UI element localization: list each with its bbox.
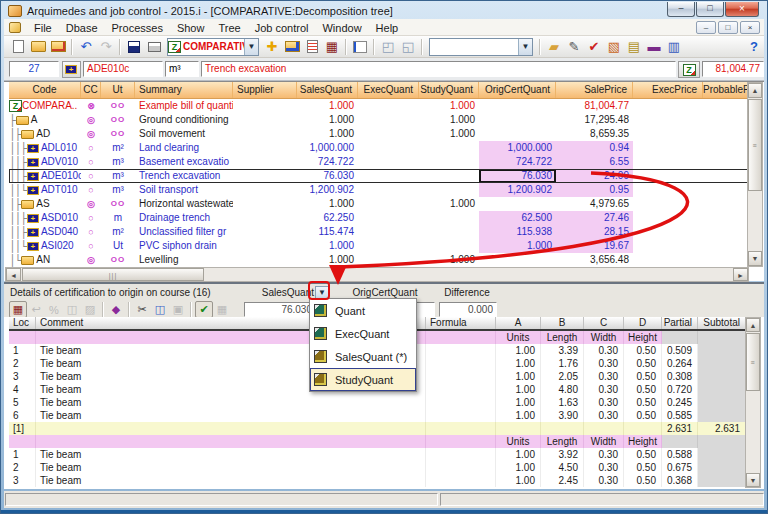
menu-window[interactable]: Window [315, 21, 368, 35]
copy-icon[interactable]: ◫ [151, 301, 169, 318]
quant-value-input[interactable] [244, 302, 316, 317]
tree-row-asd040[interactable]: ││├ASD040○m²Unclassified filter gr115.47… [9, 225, 752, 239]
scroll-up-icon[interactable]: ▲ [746, 318, 760, 332]
row-number-field[interactable]: 27 [9, 61, 59, 77]
window-horizontal-icon[interactable]: ◰ [378, 37, 398, 57]
combo-filter[interactable]: ▼ [429, 38, 533, 56]
text-document-icon[interactable] [302, 37, 322, 57]
copy-rows-icon[interactable]: ◫ [63, 301, 81, 318]
origcertquant-cell[interactable]: 76.030 [479, 169, 556, 183]
scroll-left-icon[interactable]: ◄ [6, 268, 21, 281]
details-scroll-thumb[interactable]: ≡ [746, 333, 760, 391]
pen-icon[interactable]: ✎ [564, 37, 584, 57]
menu-tree[interactable]: Tree [211, 21, 247, 35]
amount-field[interactable]: 81,004.77 [702, 61, 764, 77]
column-header-c[interactable]: C [584, 317, 624, 329]
mdi-minimize-button[interactable]: – [696, 21, 716, 34]
tree-row-asi020[interactable]: ││└ASI020○UtPVC siphon drain1.0001.00019… [9, 239, 752, 253]
tree-row-ad[interactable]: │├AD◎OOSoil movement1.0001.0008,659.35 [9, 127, 752, 141]
menu-processes[interactable]: Processes [105, 21, 170, 35]
column-header-cc[interactable]: CC [81, 82, 101, 98]
popup-item-studyquant[interactable]: StudyQuant [310, 368, 416, 391]
recalc-icon[interactable]: ▨ [81, 301, 99, 318]
print-icon[interactable] [144, 37, 164, 57]
ruler-icon[interactable]: ▬ [644, 37, 664, 57]
save-icon[interactable] [124, 37, 144, 57]
title-bar[interactable]: Arquimedes and job control - 2015.i - [C… [3, 2, 765, 19]
tree-row-a[interactable]: ├A◎OOGround conditioning1.0001.00017,295… [9, 113, 752, 127]
column-header-execprice[interactable]: ExecPrice [633, 82, 703, 98]
maximize-button[interactable]: □ [696, 2, 724, 17]
detail-row[interactable]: 1Tie beam1.003.920.300.500.588 [9, 448, 746, 461]
window-vertical-icon[interactable]: ◱ [398, 37, 418, 57]
column-header-summary[interactable]: Summary [135, 82, 233, 98]
edit-details-icon[interactable]: ▦ [9, 301, 27, 318]
unit-field[interactable]: m³ [165, 61, 199, 77]
detail-row[interactable]: 5Tie beam1.001.630.300.500.245 [9, 396, 746, 409]
percent-icon[interactable]: % [45, 301, 63, 318]
add-concept-icon[interactable]: ✚ [262, 37, 282, 57]
difference-value-input[interactable] [439, 302, 497, 317]
detail-row[interactable]: 3Tie beam1.002.450.300.500.368 [9, 474, 746, 487]
tree-hscroll-thumb[interactable]: ||| [22, 268, 204, 281]
tree-row-an[interactable]: │└AN◎OOLevelling1.0001.0003,656.48 [9, 253, 752, 267]
chevron-down-icon[interactable]: ▼ [518, 39, 532, 55]
mdi-restore-button[interactable]: □ [718, 21, 738, 34]
scroll-down-icon[interactable]: ▼ [748, 251, 762, 266]
column-header-origcertquant[interactable]: OrigCertQuant [479, 82, 556, 98]
subtotal-row[interactable]: [1]2.6312.631 [9, 422, 746, 435]
close-button[interactable]: × [725, 2, 759, 17]
tree-row-compara[interactable]: COMPARA..⊗OOExample bill of quantities1.… [9, 99, 752, 113]
column-header-formula[interactable]: Formula [426, 317, 496, 329]
column-header-execquant[interactable]: ExecQuant [358, 82, 419, 98]
previous-detail-icon[interactable]: ↩ [27, 301, 45, 318]
budget-button[interactable] [678, 61, 700, 78]
tree-row-adt010[interactable]: ││└ADT010○m³Soil transport1,200.9021,200… [9, 183, 752, 197]
tree-row-as[interactable]: │├AS◎OOHorizontal wastewate1.0001.0004,9… [9, 197, 752, 211]
tree-row-ade010c[interactable]: ││├ADE010c○m³Trench excavation76.03076.0… [9, 169, 752, 183]
tree-scroll-thumb[interactable]: ≡ [748, 99, 762, 191]
summary-field[interactable]: Trench excavation [201, 61, 676, 77]
column-header-studyquant[interactable]: StudyQuant [419, 82, 479, 98]
code-field[interactable]: ADE010c [83, 61, 163, 77]
column-header-partial[interactable]: Partial [662, 317, 698, 329]
certificate-icon[interactable]: ▰ [544, 37, 564, 57]
popup-item-salesquant[interactable]: SalesQuant (*) [310, 345, 416, 368]
paste-icon[interactable]: ▣ [169, 301, 187, 318]
undo-icon[interactable]: ↶ [76, 37, 96, 57]
export-details-icon[interactable]: ▦ [213, 301, 231, 318]
menu-show[interactable]: Show [170, 21, 212, 35]
details-vertical-scrollbar[interactable]: ▲ ≡ ▼ [745, 317, 761, 488]
scroll-right-icon[interactable]: ► [733, 268, 748, 281]
scroll-up-icon[interactable]: ▲ [748, 83, 762, 98]
column-header-subtotal[interactable]: Subtotal [698, 317, 746, 329]
column-header-saleprice[interactable]: SalePrice [556, 82, 633, 98]
menu-dbase[interactable]: Dbase [59, 21, 105, 35]
menu-file[interactable]: File [27, 21, 59, 35]
open-folder-icon[interactable] [28, 37, 48, 57]
tree-row-adl010[interactable]: ││├ADL010○m²Land clearing1,000.0001,000.… [9, 141, 752, 155]
red-check-icon[interactable]: ✔ [584, 37, 604, 57]
tree-row-adv010[interactable]: ││├ADV010○m³Basement excavatio724.722724… [9, 155, 752, 169]
column-header-ut[interactable]: Ut [101, 82, 135, 98]
chart-icon[interactable]: ▧ [604, 37, 624, 57]
column-header-supplier[interactable]: Supplier [233, 82, 297, 98]
mdi-close-button[interactable]: × [740, 21, 760, 34]
item-type-button[interactable] [62, 61, 81, 78]
popup-item-quant[interactable]: Quant [310, 299, 416, 322]
column-header-a[interactable]: A [496, 317, 541, 329]
column-header-probableprice[interactable]: ProbablePrice [703, 82, 752, 98]
detail-row[interactable]: 2Tie beam1.004.500.300.500.675 [9, 461, 746, 474]
menu-job-control[interactable]: Job control [248, 21, 316, 35]
help-icon[interactable]: ? [750, 39, 758, 54]
budget-grid-icon[interactable]: ▦ [322, 37, 342, 57]
column-header-b[interactable]: B [541, 317, 584, 329]
tree-vertical-scrollbar[interactable]: ▲ ≡ ▼ [747, 82, 763, 267]
detail-row[interactable]: 6Tie beam1.003.900.300.500.585 [9, 409, 746, 422]
apply-details-icon[interactable]: ✔ [195, 301, 213, 318]
column-header-code[interactable]: Code [9, 82, 81, 98]
cut-icon[interactable]: ✂ [133, 301, 151, 318]
chapter-folder-icon[interactable] [282, 37, 302, 57]
column-header-salesquant[interactable]: SalesQuant [297, 82, 358, 98]
tree-view-icon[interactable] [350, 37, 370, 57]
